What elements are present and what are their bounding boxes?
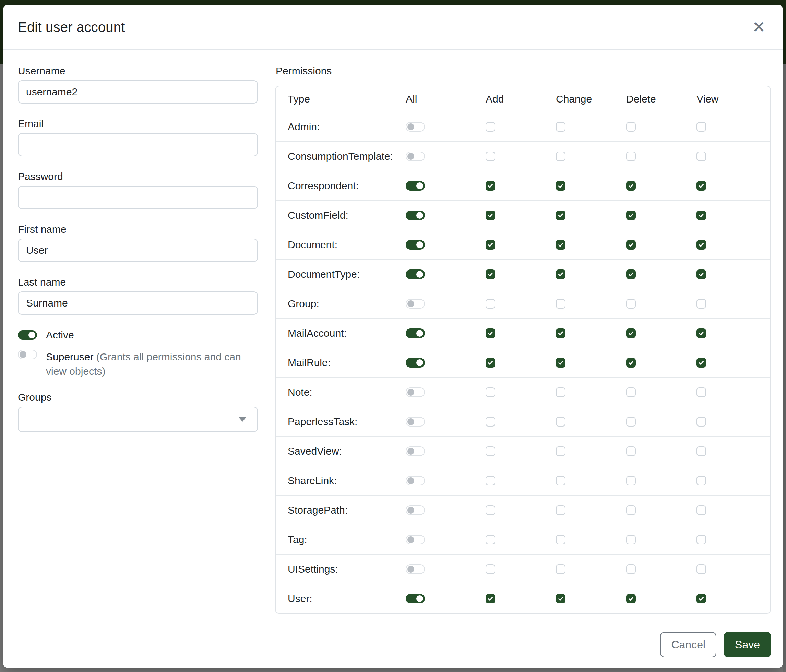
permission-delete-checkbox[interactable] xyxy=(626,594,636,603)
permission-all-toggle[interactable] xyxy=(406,328,425,338)
permission-view-checkbox[interactable] xyxy=(696,446,706,456)
permission-add-checkbox[interactable] xyxy=(486,417,495,427)
permission-view-checkbox[interactable] xyxy=(696,594,706,603)
permission-add-checkbox[interactable] xyxy=(486,328,495,338)
permission-all-toggle[interactable] xyxy=(406,358,425,367)
permission-delete-checkbox[interactable] xyxy=(626,564,636,574)
permission-delete-checkbox[interactable] xyxy=(626,535,636,545)
permission-view-checkbox[interactable] xyxy=(696,535,706,545)
permission-all-toggle[interactable] xyxy=(406,564,425,574)
save-button[interactable]: Save xyxy=(724,632,771,657)
permission-change-checkbox[interactable] xyxy=(556,240,566,250)
permission-delete-checkbox[interactable] xyxy=(626,270,636,279)
permission-change-checkbox[interactable] xyxy=(556,388,566,397)
permission-all-toggle[interactable] xyxy=(406,417,425,427)
permission-all-toggle[interactable] xyxy=(406,388,425,397)
permission-view-checkbox[interactable] xyxy=(696,388,706,397)
permission-change-checkbox[interactable] xyxy=(556,476,566,485)
permission-add-checkbox[interactable] xyxy=(486,506,495,515)
permission-add-checkbox[interactable] xyxy=(486,299,495,309)
permission-delete-checkbox[interactable] xyxy=(626,299,636,309)
permission-add-checkbox[interactable] xyxy=(486,388,495,397)
permission-delete-checkbox[interactable] xyxy=(626,328,636,338)
permission-view-checkbox[interactable] xyxy=(696,506,706,515)
permission-view-checkbox[interactable] xyxy=(696,122,706,132)
close-button[interactable]: ✕ xyxy=(749,18,768,36)
permission-change-checkbox[interactable] xyxy=(556,506,566,515)
permission-delete-checkbox[interactable] xyxy=(626,506,636,515)
permission-add-checkbox[interactable] xyxy=(486,564,495,574)
cancel-button[interactable]: Cancel xyxy=(660,632,716,657)
permission-view-checkbox[interactable] xyxy=(696,328,706,338)
permission-add-checkbox[interactable] xyxy=(486,181,495,191)
permission-add-checkbox[interactable] xyxy=(486,446,495,456)
permission-all-toggle[interactable] xyxy=(406,270,425,279)
permission-all-toggle[interactable] xyxy=(406,181,425,191)
toggle-knob xyxy=(407,477,414,484)
toggle-knob xyxy=(407,507,414,513)
permission-change-checkbox[interactable] xyxy=(556,299,566,309)
permission-change-checkbox[interactable] xyxy=(556,181,566,191)
permission-view-checkbox[interactable] xyxy=(696,240,706,250)
permission-add-checkbox[interactable] xyxy=(486,152,495,161)
permission-change-checkbox[interactable] xyxy=(556,328,566,338)
first-name-input[interactable] xyxy=(18,239,258,262)
permission-change-checkbox[interactable] xyxy=(556,417,566,427)
permission-change-checkbox[interactable] xyxy=(556,564,566,574)
permission-change-checkbox[interactable] xyxy=(556,535,566,545)
permission-add-checkbox[interactable] xyxy=(486,270,495,279)
permission-change-checkbox[interactable] xyxy=(556,594,566,603)
active-toggle[interactable] xyxy=(18,330,37,340)
permission-delete-checkbox[interactable] xyxy=(626,210,636,220)
permission-add-checkbox[interactable] xyxy=(486,535,495,545)
permission-add-checkbox[interactable] xyxy=(486,122,495,132)
permission-all-toggle[interactable] xyxy=(406,122,425,132)
permission-view-checkbox[interactable] xyxy=(696,564,706,574)
permission-view-checkbox[interactable] xyxy=(696,417,706,427)
permission-all-toggle[interactable] xyxy=(406,152,425,161)
permission-add-checkbox[interactable] xyxy=(486,210,495,220)
permission-delete-checkbox[interactable] xyxy=(626,152,636,161)
groups-select[interactable] xyxy=(18,407,258,432)
permission-delete-checkbox[interactable] xyxy=(626,388,636,397)
permission-all-toggle[interactable] xyxy=(406,446,425,456)
permission-delete-checkbox[interactable] xyxy=(626,417,636,427)
permission-all-toggle[interactable] xyxy=(406,535,425,545)
permission-add-checkbox[interactable] xyxy=(486,358,495,367)
permission-all-toggle[interactable] xyxy=(406,476,425,485)
username-label: Username xyxy=(18,65,258,77)
permission-row: Tag: xyxy=(276,524,770,554)
permission-change-checkbox[interactable] xyxy=(556,122,566,132)
permission-all-toggle[interactable] xyxy=(406,210,425,220)
permission-change-checkbox[interactable] xyxy=(556,270,566,279)
permission-all-toggle[interactable] xyxy=(406,594,425,603)
password-field[interactable] xyxy=(18,186,258,209)
permission-add-checkbox[interactable] xyxy=(486,476,495,485)
permission-all-toggle[interactable] xyxy=(406,299,425,309)
permission-change-checkbox[interactable] xyxy=(556,358,566,367)
permission-delete-checkbox[interactable] xyxy=(626,358,636,367)
permission-delete-checkbox[interactable] xyxy=(626,181,636,191)
permission-view-checkbox[interactable] xyxy=(696,270,706,279)
permission-delete-checkbox[interactable] xyxy=(626,476,636,485)
permission-all-toggle[interactable] xyxy=(406,506,425,515)
permission-delete-checkbox[interactable] xyxy=(626,122,636,132)
permission-view-checkbox[interactable] xyxy=(696,210,706,220)
permission-change-checkbox[interactable] xyxy=(556,210,566,220)
email-field[interactable] xyxy=(18,133,258,156)
permission-view-checkbox[interactable] xyxy=(696,152,706,161)
username-input[interactable] xyxy=(18,80,258,104)
last-name-input[interactable] xyxy=(18,291,258,315)
permission-view-checkbox[interactable] xyxy=(696,299,706,309)
permission-view-checkbox[interactable] xyxy=(696,358,706,367)
permission-change-checkbox[interactable] xyxy=(556,152,566,161)
permission-view-checkbox[interactable] xyxy=(696,181,706,191)
permission-view-checkbox[interactable] xyxy=(696,476,706,485)
permission-delete-checkbox[interactable] xyxy=(626,446,636,456)
permission-add-checkbox[interactable] xyxy=(486,594,495,603)
superuser-toggle[interactable] xyxy=(18,350,37,359)
permission-change-checkbox[interactable] xyxy=(556,446,566,456)
permission-add-checkbox[interactable] xyxy=(486,240,495,250)
permission-delete-checkbox[interactable] xyxy=(626,240,636,250)
permission-all-toggle[interactable] xyxy=(406,240,425,250)
